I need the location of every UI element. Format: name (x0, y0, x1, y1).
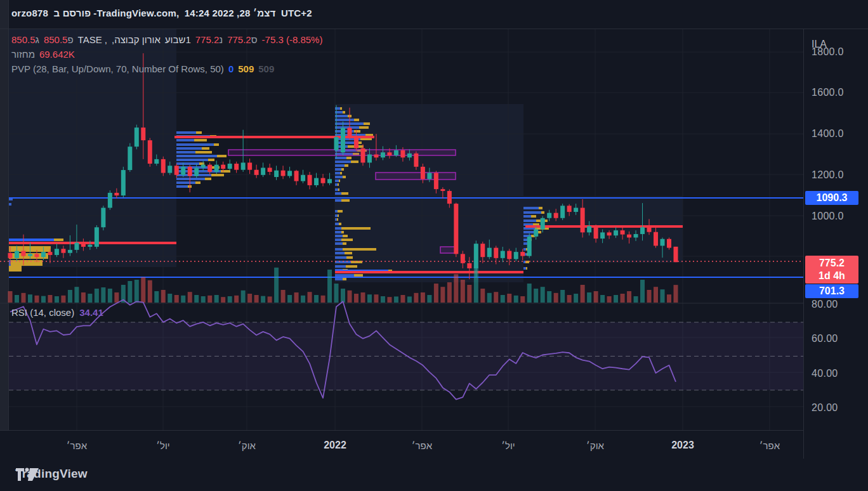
candle-body (647, 227, 652, 232)
candle-body (55, 249, 59, 255)
volume-bar (268, 296, 272, 303)
candle-body (574, 208, 578, 212)
volume-bar (447, 282, 452, 303)
profile-up-bar (335, 188, 338, 191)
time-label-month: אוק׳ (586, 440, 604, 450)
profile-down-bar (346, 256, 353, 259)
profile-down-bar (343, 235, 348, 237)
profile-up-bar (335, 180, 339, 182)
profile-down-bar (539, 207, 542, 209)
volume-bar (480, 289, 485, 303)
volume-bar (414, 293, 418, 303)
profile-down-bar (341, 168, 344, 171)
profile-up-bar (335, 192, 341, 195)
symbol-name: אורון קבוצה, (112, 34, 161, 45)
candle-body (234, 164, 239, 170)
time-label-month: אוק׳ (238, 440, 256, 450)
profile-up-bar (523, 215, 531, 218)
chart-canvas[interactable] (0, 29, 868, 491)
candle-body (128, 147, 132, 170)
candle-body (487, 248, 492, 258)
volume-bar (81, 292, 86, 303)
candle-body (34, 254, 39, 257)
volume-bar (654, 287, 658, 303)
profile-down-bar (343, 176, 346, 178)
change-value: -75.3 (-8.85%) (262, 34, 323, 45)
profile-down-bar (354, 130, 360, 133)
candle-body (228, 164, 232, 169)
candle-body (81, 243, 86, 247)
candle-body (507, 251, 511, 259)
profile-up-bar (335, 172, 340, 174)
time-label-year: 2023 (671, 440, 694, 451)
profile-down-bar (217, 155, 227, 157)
volume-bar (294, 292, 299, 303)
candle-body (308, 175, 312, 185)
candle-body (400, 150, 405, 157)
volume-bar (421, 292, 425, 303)
published-text: פורסם ב (53, 8, 91, 18)
profile-down-bar (194, 139, 207, 141)
volume-bar (547, 291, 551, 303)
time-label-month: אפר׳ (412, 440, 432, 450)
volume-bar (8, 291, 13, 303)
volume-bar (327, 270, 332, 303)
profile-down-bar (195, 151, 212, 154)
candle-body (414, 154, 418, 167)
profile-up-bar (176, 178, 205, 180)
price-tick: 1400.0 (812, 128, 844, 140)
candle-body (480, 244, 485, 257)
candle-body (554, 213, 558, 218)
profile-up-bar (176, 143, 214, 146)
profile-up-bar (335, 239, 341, 241)
profile-up-bar (335, 248, 343, 251)
candle-body (287, 171, 292, 176)
profile-up-bar (335, 214, 338, 217)
symbol-row[interactable]: 850.5ג 850.5פ TASE , אורון קבוצה, 1שבוע … (11, 34, 322, 45)
candle-body (514, 252, 518, 259)
price-axis[interactable]: ILA 1800.01600.01400.01200.01000.080.006… (803, 29, 868, 459)
candle-body (560, 206, 565, 218)
candle-body (634, 234, 638, 237)
volume-bar (534, 289, 538, 303)
time-axis[interactable]: אפר׳יול׳אוק׳2022אפר׳יול׳אוק׳2023אפר׳ (0, 430, 803, 459)
profile-up-bar (335, 115, 348, 117)
volume-bar (574, 294, 578, 303)
volume-bar (581, 285, 585, 303)
profile-down-bar (214, 143, 219, 146)
price-tick: 1800.0 (812, 46, 844, 58)
volume-bar (334, 284, 339, 303)
volume-bar (281, 290, 286, 303)
tradingview-logo[interactable]: TradingView (15, 467, 88, 481)
volume-bar (640, 280, 645, 303)
volume-bar (15, 295, 19, 303)
last-price-label: 775.2 1d 4h (805, 256, 858, 284)
profile-up-bar (335, 278, 343, 280)
volume-bar (507, 294, 511, 303)
volume-bar (261, 296, 265, 303)
high-letter: ג (36, 34, 39, 45)
candle-body (188, 167, 192, 176)
volume-bar (554, 293, 558, 303)
volume-bar (567, 295, 572, 303)
rsi-indicator-row[interactable]: RSI (14, close) 34.41 (11, 307, 103, 318)
candle-body (654, 232, 658, 246)
site-name: -TradingView.com, (93, 8, 179, 18)
pvp-indicator-row[interactable]: PVP (28, Bar, Up/Down, 70, Number Of Row… (11, 63, 322, 74)
volume-bar (587, 292, 591, 303)
profile-down-bar (337, 218, 338, 221)
volume-bar (34, 296, 39, 303)
profile-up-bar (335, 210, 338, 213)
candle-body (581, 208, 585, 233)
volume-bar (161, 290, 166, 303)
profile-up-bar (176, 139, 194, 141)
volume-bar (108, 289, 112, 303)
volume-row[interactable]: מחזור 69.642K (11, 49, 322, 60)
candle-body (281, 171, 286, 176)
profile-up-bar (335, 252, 345, 254)
profile-down-bar (340, 172, 342, 174)
profile-down-bar (199, 162, 204, 165)
candle-body (614, 230, 618, 235)
pvp-value-2: 509 (238, 63, 254, 74)
profile-down-bar (340, 107, 342, 110)
